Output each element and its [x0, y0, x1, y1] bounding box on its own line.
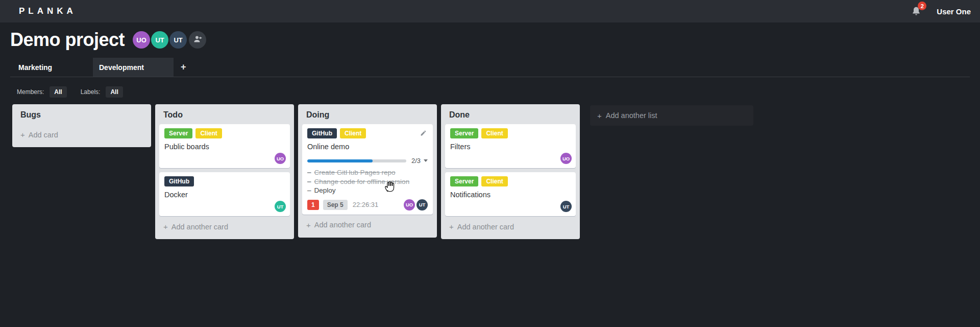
labels-filter-label: Labels: — [81, 88, 101, 96]
notifications-button[interactable]: 2 — [911, 6, 921, 16]
project-title[interactable]: Demo project — [10, 28, 125, 52]
add-member-button[interactable] — [189, 31, 206, 49]
top-bar: PLANKA 2 User One — [0, 0, 980, 22]
card-label: Server — [450, 176, 478, 186]
add-card-label: Add another card — [314, 221, 371, 229]
user-menu[interactable]: User One — [937, 7, 971, 16]
add-card-button[interactable]: + Add card — [12, 124, 151, 144]
card-online-demo[interactable]: GitHub Client Online demo 2/3 –Create Gi… — [302, 124, 433, 215]
card-notifications[interactable]: Server Client Notifications UT — [445, 172, 576, 216]
person-add-icon — [193, 34, 203, 45]
card-filters[interactable]: Server Client Filters UO — [445, 124, 576, 168]
notification-count-badge: 2 — [918, 2, 926, 10]
card-member-avatar: UO — [275, 153, 286, 164]
card-name: Notifications — [450, 190, 571, 200]
tab-marketing[interactable]: Marketing — [12, 58, 93, 77]
filter-bar: Members: All Labels: All — [0, 86, 980, 98]
card-public-boards[interactable]: Server Client Public boards UO — [159, 124, 290, 168]
card-member-avatar: UO — [404, 199, 415, 211]
list-title[interactable]: Done — [449, 110, 470, 119]
labels-filter-value[interactable]: All — [106, 86, 122, 98]
task-item: –Change code for offline version — [307, 177, 428, 186]
add-list-button[interactable]: + Add another list — [590, 105, 753, 126]
task-item: –Create GitHub Pages repo — [307, 168, 428, 177]
pencil-icon — [420, 130, 427, 138]
member-avatar[interactable]: UO — [133, 31, 150, 49]
plus-icon: + — [449, 222, 454, 231]
card-label: GitHub — [164, 176, 194, 186]
card-label: GitHub — [307, 128, 337, 138]
card-badges: 1 Sep 5 22:26:31 UO UT — [307, 199, 428, 211]
card-member-avatar: UT — [560, 201, 572, 212]
plus-icon: + — [306, 221, 311, 229]
add-card-label: Add another card — [457, 223, 514, 231]
member-avatar[interactable]: UT — [169, 31, 187, 49]
add-card-button[interactable]: + Add another card — [155, 216, 294, 236]
card-label: Client — [481, 176, 507, 186]
card-label: Client — [195, 128, 222, 138]
project-header: Demo project UO UT UT Marketing Developm… — [0, 22, 980, 77]
card-member-avatar: UT — [275, 201, 286, 212]
list-done: Done Server Client Filters UO Server Cli… — [441, 104, 580, 239]
notification-count-badge: 1 — [307, 200, 319, 210]
add-card-button[interactable]: + Add another card — [441, 216, 580, 236]
task-list: –Create GitHub Pages repo –Change code f… — [307, 168, 428, 195]
list-title[interactable]: Doing — [306, 110, 329, 119]
card-label: Client — [481, 128, 507, 138]
card-label: Server — [450, 128, 478, 138]
list-title[interactable]: Todo — [163, 110, 183, 119]
card-label: Client — [340, 128, 366, 138]
member-avatar[interactable]: UT — [151, 31, 168, 49]
list-bugs: Bugs + Add card — [12, 104, 151, 147]
list-todo: Todo Server Client Public boards UO GitH… — [155, 104, 294, 239]
task-item: –Deploy — [307, 186, 428, 195]
list-doing: Doing GitHub Client Online demo — [298, 104, 437, 238]
tasks-progress: 2/3 — [307, 157, 428, 165]
card-label: Server — [164, 128, 192, 138]
card-member-avatar: UO — [560, 153, 572, 164]
plus-icon: + — [163, 222, 168, 231]
add-board-button[interactable]: + — [174, 58, 193, 77]
progress-fill — [307, 159, 373, 162]
card-name: Public boards — [164, 142, 285, 152]
members-filter-label: Members: — [17, 88, 44, 96]
progress-bar — [307, 159, 406, 162]
tab-development[interactable]: Development — [93, 58, 174, 77]
timer-badge: 22:26:31 — [353, 201, 379, 208]
card-member-avatar: UT — [416, 199, 428, 211]
chevron-down-icon[interactable] — [424, 159, 428, 162]
board-tabs: Marketing Development + — [10, 58, 970, 77]
add-card-label: Add another card — [172, 223, 228, 231]
card-name: Docker — [164, 190, 285, 200]
kanban-board: Bugs + Add card Todo Server Client Publi… — [0, 104, 980, 239]
due-date-badge: Sep 5 — [323, 200, 348, 210]
add-card-label: Add card — [29, 131, 58, 139]
members-filter-value[interactable]: All — [50, 86, 66, 98]
list-title[interactable]: Bugs — [20, 110, 41, 119]
add-list-label: Add another list — [606, 111, 657, 120]
add-card-button[interactable]: + Add another card — [298, 215, 437, 235]
card-docker[interactable]: GitHub Docker UT — [159, 172, 290, 216]
card-name: Filters — [450, 142, 571, 152]
edit-card-button[interactable] — [420, 130, 427, 138]
plus-icon: + — [597, 111, 602, 120]
project-members: UO UT UT — [133, 31, 206, 49]
card-name: Online demo — [307, 142, 428, 152]
progress-label: 2/3 — [411, 157, 421, 165]
plus-icon: + — [20, 130, 25, 139]
app-logo[interactable]: PLANKA — [9, 6, 77, 16]
